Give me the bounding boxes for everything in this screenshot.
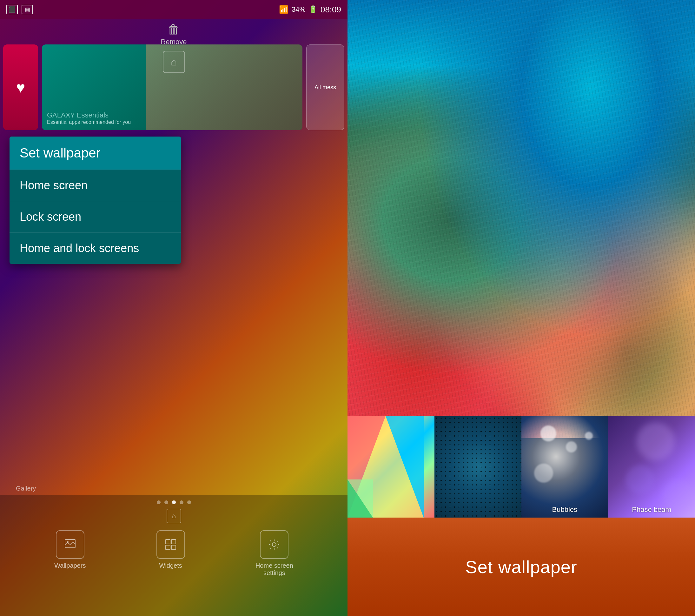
bubble-4	[585, 432, 593, 440]
home-lock-label: Home and lock screens	[20, 242, 139, 255]
screen-icon: ▦	[21, 5, 33, 14]
camera-icon: ⬛	[6, 5, 18, 14]
home-settings-label: Home screensettings	[255, 562, 293, 577]
home-content: 🗑 Remove ⌂ ♥ GALAXY Essentials Essential…	[0, 19, 348, 616]
gallery-label: Gallery	[16, 485, 36, 492]
phase-beam-icon	[608, 416, 695, 518]
dock-icons: Wallpapers Widgets	[0, 527, 348, 580]
svg-point-1	[67, 541, 69, 543]
galaxy-subtitle: Essential apps recommended for you	[47, 119, 298, 125]
remove-label: Remove	[161, 38, 187, 46]
home-lock-screen-option[interactable]: Home and lock screens	[10, 232, 181, 264]
svg-rect-2	[166, 539, 170, 544]
bubble-2	[566, 442, 577, 452]
dot-3	[172, 500, 176, 504]
messages-widget: All mess	[306, 45, 344, 130]
dock-area: ⌂ Wallpapers	[0, 495, 348, 616]
health-widget: ♥	[3, 45, 38, 130]
signal-icon: 📶	[279, 5, 288, 14]
dock-home: ⌂	[0, 507, 348, 527]
svg-rect-7	[348, 0, 695, 438]
svg-point-13	[637, 422, 675, 461]
svg-rect-5	[171, 545, 176, 550]
phase-beam-label: Phase beam	[608, 505, 695, 514]
thumbnail-dots[interactable]	[435, 416, 521, 518]
context-menu: Set wallpaper Home screen Lock screen Ho…	[10, 136, 181, 264]
page-indicators	[0, 495, 348, 507]
lock-screen-label: Lock screen	[20, 210, 81, 223]
thumbnail-phase-beam[interactable]: Phase beam	[608, 416, 695, 518]
home-screen-label: Home screen	[20, 179, 88, 192]
thumbnail-bubbles[interactable]: Bubbles	[521, 416, 608, 518]
wallpapers-icon	[56, 530, 84, 559]
thumbnail-colorful[interactable]	[348, 416, 435, 518]
set-wallpaper-header: Set wallpaper	[20, 146, 100, 160]
home-screen-indicator: ⌂	[163, 51, 185, 73]
home-button[interactable]: ⌂	[167, 509, 181, 523]
widgets-item[interactable]: Widgets	[156, 530, 185, 577]
colorful-icon	[348, 416, 435, 518]
wallpapers-item[interactable]: Wallpapers	[54, 530, 86, 577]
set-wallpaper-bar[interactable]: Set wallpaper	[348, 518, 695, 616]
lock-screen-option[interactable]: Lock screen	[10, 201, 181, 232]
status-icons-left: ⬛ ▦	[6, 5, 33, 14]
svg-point-6	[272, 543, 276, 547]
status-bar: ⬛ ▦ 📶 34% 🔋 08:09	[0, 0, 348, 19]
bubble-3	[534, 464, 553, 483]
thumbnail-strip: Bubbles Phase beam	[348, 416, 695, 518]
set-wallpaper-text: Set wallpaper	[465, 556, 577, 577]
msg-label: All mess	[315, 84, 336, 91]
trash-icon: 🗑	[167, 22, 180, 36]
svg-point-14	[626, 465, 654, 494]
battery-icon: 🔋	[309, 5, 317, 14]
svg-rect-4	[166, 545, 170, 550]
wallpaper-preview	[348, 0, 695, 438]
status-right: 📶 34% 🔋 08:09	[279, 5, 341, 15]
dot-2	[164, 500, 168, 504]
battery-percent: 34%	[292, 5, 306, 14]
menu-header: Set wallpaper	[10, 136, 181, 169]
home-settings-icon	[260, 530, 288, 559]
left-panel: ⬛ ▦ 📶 34% 🔋 08:09 🗑 Remove ⌂ ♥	[0, 0, 348, 616]
right-panel: Bubbles Phase beam Set wallpaper	[348, 0, 695, 616]
widgets-label: Widgets	[159, 562, 182, 569]
remove-area: 🗑 Remove	[161, 22, 187, 46]
widgets-icon	[156, 530, 185, 559]
dot-1	[157, 500, 160, 504]
wallpapers-label: Wallpapers	[54, 562, 86, 569]
dot-5	[187, 500, 191, 504]
home-settings-item[interactable]: Home screensettings	[255, 530, 293, 577]
bubble-1	[540, 426, 556, 442]
bubbles-label: Bubbles	[521, 505, 608, 514]
time-display: 08:09	[321, 5, 341, 15]
svg-rect-3	[171, 539, 176, 544]
ripple-overlay	[348, 0, 695, 438]
dots-pattern	[435, 416, 521, 518]
home-screen-option[interactable]: Home screen	[10, 169, 181, 201]
dot-4	[180, 500, 183, 504]
galaxy-title: GALAXY Essentials	[47, 111, 298, 119]
